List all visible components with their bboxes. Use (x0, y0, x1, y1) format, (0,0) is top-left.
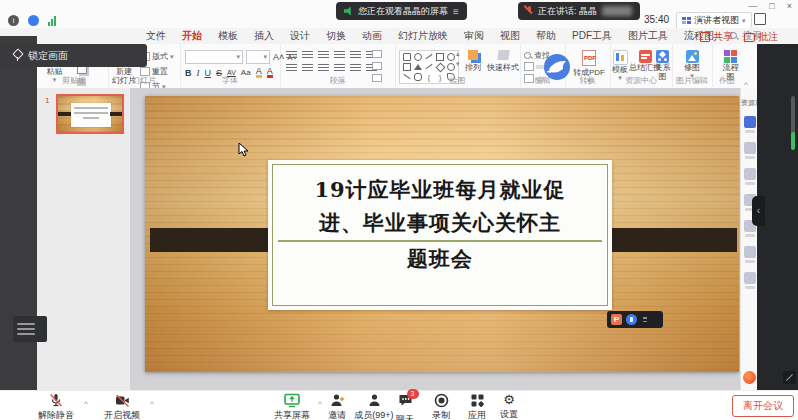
retouch-icon (686, 50, 699, 63)
slide[interactable]: 19计应毕业班每月就业促 进、毕业事项关心关怀主 题班会 P (145, 96, 739, 372)
line-spacing-icon[interactable] (350, 51, 361, 60)
wps-tab-row: 文件 开始 模板 插入 设计 切换 动画 幻灯片放映 审阅 视图 帮助 PDF工… (0, 28, 798, 44)
group-label-draw: 作图 (712, 75, 742, 86)
group-label-resource: 资源中心 (610, 75, 672, 86)
slide-title-line2: 进、毕业事项关心关怀主 (278, 206, 602, 242)
lock-screen-button[interactable]: 锁定画面 (0, 44, 147, 67)
align-center-icon[interactable] (302, 64, 313, 73)
editor-canvas[interactable]: 19计应毕业班每月就业促 进、毕业事项关心关怀主 题班会 P (130, 88, 740, 390)
align-right-icon[interactable] (318, 64, 329, 73)
speaking-banner: 正在讲话: 晶晶 (518, 2, 640, 20)
tab-view[interactable]: 视图 (492, 29, 528, 43)
replace-icon (524, 62, 534, 71)
arrange-button[interactable]: 排列 (465, 50, 481, 72)
indent-icon[interactable] (334, 51, 345, 60)
justify-icon[interactable] (334, 64, 345, 73)
start-video-button[interactable]: 开启视频 (100, 393, 144, 420)
members-icon (367, 393, 382, 408)
shape-palette-scroll[interactable]: ▴▾ (456, 50, 460, 68)
floating-taskbar-pill[interactable]: P (607, 311, 663, 328)
group-label-slides: 幻灯片 (108, 75, 180, 86)
info-icon[interactable]: i (8, 15, 19, 26)
bullets-icon[interactable] (286, 51, 297, 60)
video-panel: ‹ (757, 44, 798, 390)
arrange-label: 排列 (465, 63, 481, 72)
hamburger-icon[interactable]: ≡ (453, 6, 459, 17)
tab-pdf-tools[interactable]: PDF工具 (564, 29, 620, 43)
meeting-mini-icon[interactable] (626, 314, 637, 325)
font-family-select[interactable]: ▾ (185, 50, 243, 64)
sidebar-promo-icon[interactable] (743, 371, 756, 384)
unmute-label: 解除静音 (38, 409, 74, 420)
apps-icon (470, 393, 485, 408)
wps-comment-button[interactable]: 批注 (744, 30, 778, 44)
font-size-select[interactable]: ▾ (246, 50, 270, 64)
fullscreen-icon[interactable] (754, 13, 766, 25)
tab-picture-tools[interactable]: 图片工具 (620, 29, 676, 43)
tab-template[interactable]: 模板 (210, 29, 246, 43)
quick-style-button[interactable]: 快速样式 (487, 50, 519, 72)
tab-review[interactable]: 审阅 (456, 29, 492, 43)
panel-collapse-handle[interactable]: ‹ (752, 196, 765, 226)
meeting-app-icon[interactable] (28, 15, 39, 26)
ppt-app-icon[interactable]: P (611, 314, 622, 325)
unmute-options-caret[interactable]: ^ (84, 399, 88, 408)
record-label: 录制 (432, 409, 450, 420)
unmute-button[interactable]: 解除静音 (34, 393, 78, 420)
speaker-name-blurred (602, 6, 632, 16)
window-controls: — □ × (748, 0, 792, 12)
mic-muted-icon (526, 6, 533, 16)
watching-banner[interactable]: 您正在观看晶晶的屏幕 ≡ (336, 2, 467, 20)
meeting-timer: 35:40 (644, 14, 669, 25)
close-button[interactable]: × (787, 0, 792, 12)
gear-icon: ⚙ (503, 393, 515, 407)
tab-file[interactable]: 文件 (138, 29, 174, 43)
maximize-button[interactable]: □ (769, 0, 774, 12)
tab-slideshow[interactable]: 幻灯片放映 (390, 29, 456, 43)
group-draw: 流程图 作图 (712, 44, 742, 87)
wps-share-button[interactable]: 共享 (700, 30, 733, 44)
video-options-caret[interactable]: ^ (150, 399, 154, 408)
settings-button[interactable]: ⚙ 设置 (494, 393, 524, 420)
video-panel-scrollbar[interactable] (791, 96, 795, 136)
record-button[interactable]: 录制 (426, 393, 456, 420)
align-left-icon[interactable] (286, 64, 297, 73)
pin-icon (13, 50, 22, 61)
camera-off-icon (115, 393, 130, 408)
speaker-icon (344, 7, 353, 16)
view-mode-button[interactable]: 演讲者视图 ▾ (676, 12, 752, 29)
text-vertical-icon[interactable] (372, 50, 382, 58)
share-label: 共享 (713, 30, 733, 44)
start-video-label: 开启视频 (104, 409, 140, 420)
slide-thumbnail[interactable] (56, 94, 124, 134)
chevron-down-icon: ▾ (742, 17, 746, 25)
quick-style-icon (497, 50, 509, 60)
share-screen-button[interactable]: 共享屏幕 (268, 393, 316, 420)
group-resource: 模板 ▾ 总结汇报 关系图 资源中心 (610, 44, 673, 87)
distribute-icon[interactable] (350, 64, 361, 73)
chat-button[interactable]: 3 聊天 (390, 393, 420, 420)
leave-meeting-button[interactable]: 离开会议 (732, 395, 794, 417)
tab-transition[interactable]: 切换 (318, 29, 354, 43)
tab-animation[interactable]: 动画 (354, 29, 390, 43)
group-paragraph: 段落 (280, 44, 396, 87)
apps-button[interactable]: 应用 (462, 393, 492, 420)
panel-resize-handle[interactable] (783, 371, 796, 384)
quick-style-label: 快速样式 (487, 63, 519, 72)
tab-insert[interactable]: 插入 (246, 29, 282, 43)
tab-help[interactable]: 帮助 (528, 29, 564, 43)
tab-home[interactable]: 开始 (174, 29, 210, 43)
network-signal-icon (48, 16, 56, 26)
chat-label: 聊天 (396, 413, 414, 420)
tab-design[interactable]: 设计 (282, 29, 318, 43)
align-text-icon[interactable] (372, 62, 382, 70)
outdent-icon[interactable] (318, 51, 329, 60)
minimize-button[interactable]: — (748, 0, 757, 12)
left-strip-menu[interactable] (13, 316, 47, 342)
numbering-icon[interactable] (302, 51, 313, 60)
group-font: ▾ ▾ A˄ A˅ B I U S AV Aa A A 字体 (180, 44, 281, 87)
slide-number: 1 (45, 96, 49, 105)
slide-title-card[interactable]: 19计应毕业班每月就业促 进、毕业事项关心关怀主 题班会 (268, 160, 612, 310)
video-panel-scrollbar-active[interactable] (791, 132, 795, 150)
mouse-cursor (238, 142, 249, 157)
